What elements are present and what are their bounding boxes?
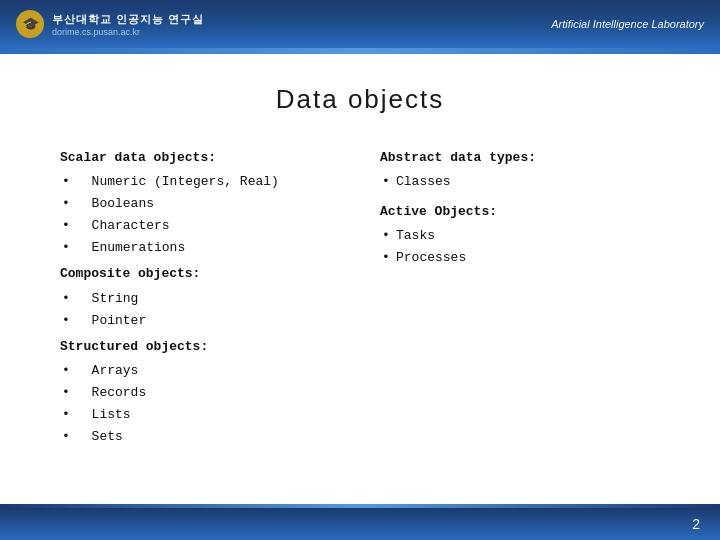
lab-name: Artificial Intelligence Laboratory — [551, 18, 704, 30]
active-item-1: Tasks — [396, 228, 435, 243]
scalar-item-1: Numeric (Integers, Real) — [76, 174, 279, 189]
bullet-icon: • — [62, 426, 70, 448]
slide-title: Data objects — [60, 84, 660, 115]
website-url: dorime.cs.pusan.ac.kr — [52, 27, 204, 37]
bullet-icon: • — [382, 225, 390, 247]
structured-item-4: Sets — [76, 429, 123, 444]
scalar-item-4: Enumerations — [76, 240, 185, 255]
logo-icon: 🎓 — [16, 10, 44, 38]
list-item: • Classes — [380, 171, 660, 193]
footer-bar: 2 — [0, 508, 720, 540]
bullet-icon: • — [62, 382, 70, 404]
composite-heading: Composite objects: — [60, 263, 340, 285]
active-item-2: Processes — [396, 250, 466, 265]
main-content: Data objects Scalar data objects: • Nume… — [0, 54, 720, 468]
bullet-icon: • — [62, 288, 70, 310]
bullet-icon: • — [62, 171, 70, 193]
list-item: • Numeric (Integers, Real) — [60, 171, 340, 193]
composite-item-2: Pointer — [76, 313, 146, 328]
list-item: • Lists — [60, 404, 340, 426]
abstract-heading: Abstract data types: — [380, 147, 660, 169]
list-item: • Booleans — [60, 193, 340, 215]
list-item: • Characters — [60, 215, 340, 237]
composite-item-1: String — [76, 291, 138, 306]
list-item: • Sets — [60, 426, 340, 448]
left-content-text: Scalar data objects: • Numeric (Integers… — [60, 147, 340, 448]
bullet-icon: • — [382, 247, 390, 269]
structured-item-1: Arrays — [76, 363, 138, 378]
right-content-text: Abstract data types: • Classes Active Ob… — [380, 147, 660, 269]
bullet-icon: • — [62, 404, 70, 426]
bullet-icon: • — [62, 310, 70, 332]
bullet-icon: • — [62, 237, 70, 259]
abstract-item-1: Classes — [396, 174, 451, 189]
scalar-item-3: Characters — [76, 218, 170, 233]
list-item: • Arrays — [60, 360, 340, 382]
list-item: • Tasks — [380, 225, 660, 247]
bullet-icon: • — [62, 215, 70, 237]
bullet-icon: • — [62, 193, 70, 215]
list-item: • String — [60, 288, 340, 310]
list-item: • Pointer — [60, 310, 340, 332]
list-item: • Enumerations — [60, 237, 340, 259]
active-heading: Active Objects: — [380, 201, 660, 223]
structured-item-2: Records — [76, 385, 146, 400]
bullet-icon: • — [62, 360, 70, 382]
header-title-block: 부산대학교 인공지능 연구실 dorime.cs.pusan.ac.kr — [52, 12, 204, 37]
page-number: 2 — [692, 516, 700, 532]
scalar-item-2: Booleans — [76, 196, 154, 211]
structured-item-3: Lists — [76, 407, 131, 422]
header-bar: 🎓 부산대학교 인공지능 연구실 dorime.cs.pusan.ac.kr A… — [0, 0, 720, 48]
list-item: • Processes — [380, 247, 660, 269]
university-name: 부산대학교 인공지능 연구실 — [52, 12, 204, 27]
left-column: Scalar data objects: • Numeric (Integers… — [60, 143, 340, 448]
bullet-icon: • — [382, 171, 390, 193]
content-columns: Scalar data objects: • Numeric (Integers… — [60, 143, 660, 448]
list-item: • Records — [60, 382, 340, 404]
header-left: 🎓 부산대학교 인공지능 연구실 dorime.cs.pusan.ac.kr — [16, 10, 204, 38]
right-column: Abstract data types: • Classes Active Ob… — [380, 143, 660, 448]
scalar-heading: Scalar data objects: — [60, 147, 340, 169]
structured-heading: Structured objects: — [60, 336, 340, 358]
